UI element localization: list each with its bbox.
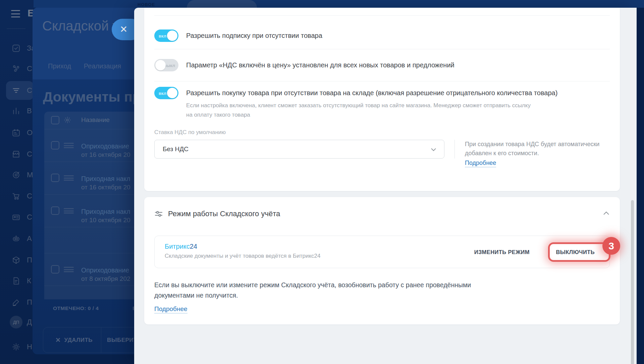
toggle-knob [155,60,166,70]
row-divider [154,15,610,16]
provider-name: Битрикс24 [165,243,320,250]
setting-row: вклРазрешить подписку при отсутствии тов… [154,29,610,42]
change-mode-button[interactable]: ИЗМЕНИТЬ РЕЖИМ [474,249,530,255]
row-divider [154,81,610,81]
toggle-knob [167,88,177,98]
vat-note-more-link[interactable]: Подробнее [465,159,496,167]
panel-scrollbar[interactable] [631,200,634,364]
setting-description: Если настройка включена, клиент сможет з… [186,101,535,120]
setting-label: Разрешить покупку товара при отсутствии … [186,88,557,98]
setting-row: вклРазрешить покупку товара при отсутств… [154,87,610,120]
toggle-switch[interactable]: выкл [154,59,178,71]
vat-rate-label: Ставка НДС по умолчанию [154,129,610,136]
row-divider [154,49,610,49]
vat-note: При создании товара НДС будет автоматиче… [465,140,609,168]
mode-section-title: Режим работы Складского учёта [168,209,280,218]
settings-panel: вклРазрешить подписку при отсутствии тов… [134,8,637,364]
vat-rate-select[interactable]: Без НДС [154,140,444,159]
mode-provider-box: Битрикс24 Складские документы и учёт тов… [154,236,610,268]
turn-off-button[interactable]: ВЫКЛЮЧИТЬ [556,249,595,255]
close-icon: ✕ [120,24,127,35]
setting-row: выклПараметр «НДС включён в цену» устано… [154,59,610,71]
setting-label: Разрешить подписку при отсутствии товара [186,31,322,41]
chevron-down-icon [431,148,436,151]
settings-card: вклРазрешить подписку при отсутствии тов… [144,8,620,191]
vertical-divider [454,140,455,159]
toggle-knob [167,31,177,41]
vat-rate-value: Без НДС [163,145,189,153]
mode-warning-text: Если вы выключите или измените режим Скл… [154,280,503,301]
toggle-state-label: вкл [159,33,166,38]
collapse-chevron-up-icon[interactable] [603,211,609,215]
mode-more-link[interactable]: Подробнее [154,305,187,313]
toggle-switch[interactable]: вкл [154,29,178,42]
provider-description: Складские документы и учёт товаров ведёт… [165,253,320,259]
mode-card: Режим работы Складского учёта Битрикс24 … [144,197,620,324]
sliders-icon [154,209,163,218]
toggle-state-label: вкл [159,90,166,96]
setting-label: Параметр «НДС включён в цену» установлен… [186,60,454,70]
annotation-step-badge: 3 [602,237,620,255]
toggle-switch[interactable]: вкл [154,87,178,99]
